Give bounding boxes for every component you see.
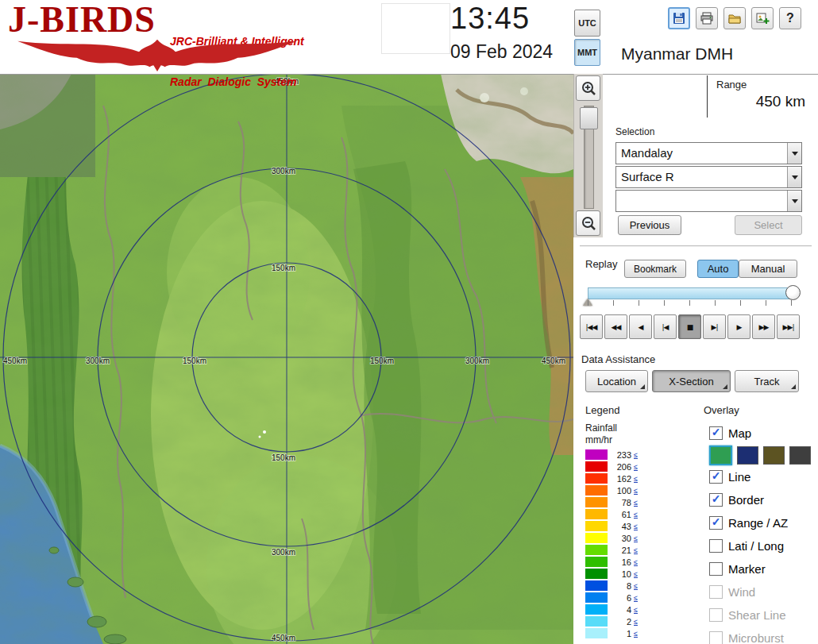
overlay-item-label: Microburst [728,631,784,644]
overlay-item-line[interactable]: ✓Line [709,465,816,488]
legend-operator-link[interactable]: ≤ [634,618,638,626]
legend-color-swatch [585,580,608,591]
site-dropdown-button[interactable] [787,143,801,164]
legend-operator-link[interactable]: ≤ [634,511,638,519]
legend-operator-link[interactable]: ≤ [634,570,638,578]
zoom-in-button[interactable] [576,75,600,101]
track-button[interactable]: Track [735,370,799,392]
help-button[interactable]: ? [779,7,801,29]
map-style-swatch-2[interactable] [763,446,785,465]
play-reverse-button[interactable]: ◀ [629,314,652,339]
legend-operator-link[interactable]: ≤ [634,499,638,507]
option-dropdown-value [616,191,787,211]
open-file-button[interactable] [723,7,746,29]
legend-operator-link[interactable]: ≤ [634,523,638,530]
legend-color-swatch [585,628,608,638]
checked-checkbox[interactable]: ✓ [709,470,723,484]
location-button[interactable]: Location [585,370,648,392]
auto-mode-button[interactable]: Auto [697,260,739,278]
step-back-button[interactable]: |◀ [654,314,677,339]
legend-operator-link[interactable]: ≤ [634,475,638,483]
legend-operator-link[interactable]: ≤ [634,451,638,459]
legend-operator-link[interactable]: ≤ [634,487,638,495]
overlay-item-label: Shear Line [728,608,786,622]
unchecked-checkbox[interactable] [709,562,723,576]
replay-label: Replay [585,258,617,270]
overlay-item-label: Map [728,426,751,440]
svg-text:150km: 150km [272,453,295,462]
legend-operator-link[interactable]: ≤ [634,534,638,542]
option-dropdown-button[interactable] [787,191,801,211]
legend-operator-link[interactable]: ≤ [634,558,638,566]
stop-button[interactable]: ■ [678,314,701,339]
skip-to-end-button[interactable]: ▶▶| [777,314,800,339]
legend-value: 78 [609,498,631,507]
save-button[interactable] [668,7,690,29]
zoom-out-button[interactable] [576,210,600,236]
svg-text:300km: 300km [86,357,110,365]
step-forward-button[interactable]: ▶| [703,314,726,339]
unchecked-checkbox [709,631,723,644]
legend-row: 16≤ [585,556,638,568]
product-dropdown[interactable]: Surface R [615,166,802,188]
replay-timeline-slider[interactable] [588,287,794,299]
site-dropdown[interactable]: Mandalay [615,142,802,164]
manual-mode-button[interactable]: Manual [739,260,797,278]
bookmark-button[interactable]: Bookmark [624,260,686,278]
radar-map-canvas[interactable]: 450km 300km 150km 150km 300km 450km 450k… [0,74,573,644]
chevron-down-icon [792,175,798,179]
previous-button[interactable]: Previous [618,215,681,235]
overlay-item-border[interactable]: ✓Border [709,488,816,511]
legend-operator-link[interactable]: ≤ [634,546,638,554]
checked-checkbox[interactable]: ✓ [709,426,723,440]
jbirds-app: J-BIRDS JRC-Brilliant & Intelligent Rada… [0,0,818,644]
replay-slider-handle[interactable] [785,285,801,300]
zoom-slider-thumb[interactable] [580,107,598,129]
fast-forward-button[interactable]: ▶▶ [752,314,775,339]
svg-text:300km: 300km [272,548,295,557]
overlay-item-lati-long[interactable]: Lati / Long [709,534,816,557]
blank-logo-box [381,3,450,54]
map-style-swatch-3[interactable] [789,446,811,465]
checked-checkbox[interactable]: ✓ [709,516,723,530]
legend-color-swatch [585,461,608,472]
clock-time: 13:45 [450,2,530,36]
legend-operator-link[interactable]: ≤ [634,606,638,614]
print-button[interactable] [696,7,718,29]
overlay-item-label: Border [728,493,764,507]
unchecked-checkbox[interactable] [709,539,723,553]
map-style-swatch-1[interactable] [737,446,758,465]
play-button[interactable]: ▶ [727,314,750,339]
utc-toggle-button[interactable]: UTC [574,10,600,37]
add-image-button[interactable] [751,7,774,29]
x-section-button[interactable]: X-Section [652,370,731,392]
overlay-item-marker[interactable]: Marker [709,557,816,580]
zoom-controls [573,74,603,237]
legend-color-swatch [585,533,608,543]
legend-row: 61≤ [585,508,638,520]
legend-row: 162≤ [585,472,638,484]
product-dropdown-button[interactable] [787,167,801,187]
checked-checkbox[interactable]: ✓ [709,493,723,507]
legend-operator-link[interactable]: ≤ [634,463,638,471]
range-label: Range [716,79,747,91]
overlay-item-label: Line [728,470,750,484]
fast-rewind-button[interactable]: ◀◀ [604,314,627,339]
option-dropdown[interactable] [615,190,802,212]
open-folder-icon [727,11,742,25]
legend-operator-link[interactable]: ≤ [634,630,638,638]
legend-color-swatch [585,449,608,460]
chevron-down-icon [792,152,798,156]
legend-label: Legend [585,404,619,416]
skip-to-start-button[interactable]: |◀◀ [580,314,603,339]
overlay-item-range-az[interactable]: ✓Range / AZ [709,511,816,534]
map-style-swatch-0[interactable] [709,445,732,465]
range-separator [707,75,708,118]
legend-value: 30 [609,534,631,543]
legend-operator-link[interactable]: ≤ [634,582,638,590]
legend-operator-link[interactable]: ≤ [634,594,638,602]
map-style-swatches [709,445,816,465]
overlay-item-map[interactable]: ✓Map [709,422,816,445]
product-dropdown-value: Surface R [616,167,787,187]
mmt-toggle-button[interactable]: MMT [574,39,600,66]
